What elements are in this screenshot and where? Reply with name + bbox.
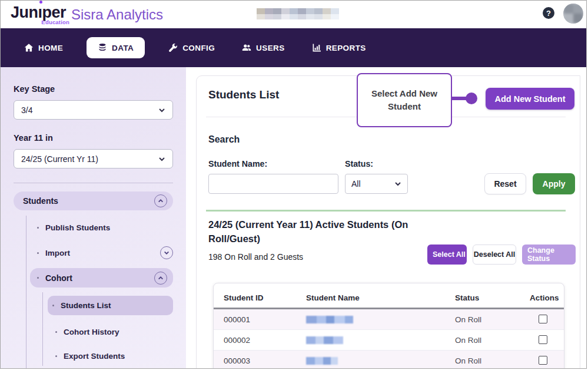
- bullet-icon: [55, 331, 57, 333]
- main-nav: HOME DATA CONFIG USERS REPORTS: [1, 28, 586, 67]
- chevron-down-icon: [160, 246, 173, 259]
- callout-text: Select Add New Student: [363, 87, 446, 114]
- chart-icon: [312, 43, 321, 52]
- nav-config[interactable]: CONFIG: [165, 37, 218, 58]
- bullet-icon: [37, 277, 39, 279]
- app-title: Sisra Analytics: [71, 6, 163, 23]
- chevron-down-icon: [394, 180, 401, 187]
- year-select[interactable]: 24/25 (Current Yr 11): [14, 149, 173, 169]
- add-new-student-button[interactable]: Add New Student: [486, 88, 574, 110]
- sidebar-section-cohort[interactable]: Cohort: [30, 268, 173, 288]
- sidebar-item-import[interactable]: Import: [37, 246, 173, 259]
- page-title: Students List: [208, 88, 279, 101]
- key-stage-select[interactable]: 3/4: [14, 100, 173, 120]
- item-label: Students List: [61, 301, 111, 310]
- sidebar-item-cohort-history[interactable]: Cohort History: [55, 328, 119, 336]
- status-value: All: [351, 179, 361, 189]
- col-student-id: Student ID: [224, 293, 264, 302]
- sidebar-item-export-students[interactable]: Export Students: [55, 352, 125, 361]
- student-id: 000002: [224, 336, 250, 345]
- top-header: Junıper Education Sisra Analytics ?: [1, 1, 586, 28]
- row-checkbox[interactable]: [539, 356, 547, 365]
- select-all-button[interactable]: Select All: [427, 245, 467, 265]
- student-id: 000003: [224, 356, 250, 365]
- key-stage-label: Key Stage: [14, 84, 55, 94]
- status-label: Status:: [345, 159, 373, 169]
- item-label: Import: [45, 249, 70, 257]
- sidebar-item-publish-students[interactable]: Publish Students: [37, 223, 110, 232]
- chevron-up-icon: [154, 194, 167, 207]
- students-table: Student ID Student Name Status Actions 0…: [213, 283, 564, 369]
- sidebar-section-students[interactable]: Students: [14, 191, 173, 210]
- section-label: Cohort: [45, 273, 72, 283]
- row-checkbox[interactable]: [539, 315, 547, 323]
- nav-label: REPORTS: [326, 44, 366, 52]
- nav-users[interactable]: USERS: [238, 37, 288, 58]
- sidebar-item-students-list[interactable]: Students List: [48, 296, 173, 315]
- redacted-student-name: [306, 316, 353, 323]
- juniper-logo: Junıper Education: [11, 5, 66, 21]
- cohort-subtext: 198 On Roll and 2 Guests: [208, 252, 303, 262]
- table-row: 000003 On Roll: [214, 351, 564, 369]
- logo-subtext: Education: [41, 19, 69, 25]
- student-status: On Roll: [455, 336, 481, 345]
- change-status-button[interactable]: Change Status: [522, 245, 576, 265]
- nav-data[interactable]: DATA: [87, 37, 145, 58]
- wrench-icon: [168, 43, 178, 52]
- help-glyph: ?: [546, 9, 551, 18]
- apply-button[interactable]: Apply: [533, 173, 575, 194]
- nav-label: HOME: [38, 44, 63, 52]
- sidebar-divider: [14, 183, 173, 183]
- col-student-name: Student Name: [306, 293, 360, 302]
- year-value: 24/25 (Current Yr 11): [21, 154, 98, 164]
- table-header: Student ID Student Name Status Actions: [214, 283, 564, 309]
- redacted-student-name: [306, 336, 343, 344]
- avatar[interactable]: [563, 4, 583, 24]
- col-actions: Actions: [530, 293, 559, 302]
- status-select[interactable]: All: [345, 174, 408, 194]
- item-lead: Cohort: [37, 273, 72, 283]
- bullet-icon: [37, 252, 39, 254]
- nav-home[interactable]: HOME: [21, 37, 67, 58]
- callout-connector-dot: [466, 92, 477, 104]
- indent-guide: [42, 292, 43, 366]
- year-label: Year 11 in: [14, 133, 53, 143]
- section-label: Students: [23, 196, 58, 206]
- deselect-all-button[interactable]: Deselect All: [473, 245, 516, 265]
- section-divider: [206, 210, 566, 212]
- col-status: Status: [455, 293, 479, 302]
- indent-guide: [26, 216, 26, 369]
- bullet-icon: [55, 355, 57, 357]
- help-icon[interactable]: ?: [543, 7, 554, 19]
- row-checkbox[interactable]: [539, 335, 547, 344]
- student-status: On Roll: [455, 315, 481, 324]
- sidebar: Key Stage 3/4 Year 11 in 24/25 (Current …: [1, 67, 186, 369]
- redacted-school-name: [257, 8, 339, 19]
- student-id: 000001: [224, 315, 250, 324]
- table-row: 000002 On Roll: [214, 330, 564, 351]
- chevron-up-icon: [154, 272, 167, 285]
- item-label: Cohort History: [64, 328, 119, 336]
- nav-label: CONFIG: [182, 44, 215, 52]
- bullet-icon: [37, 227, 39, 229]
- reset-button[interactable]: Reset: [484, 173, 526, 194]
- app-window: Junıper Education Sisra Analytics ? HOME…: [0, 0, 587, 369]
- redacted-student-name: [306, 357, 338, 365]
- chevron-down-icon: [158, 156, 165, 163]
- item-label: Publish Students: [45, 223, 110, 232]
- avatar-image: [563, 4, 583, 24]
- nav-label: DATA: [112, 44, 134, 52]
- table-row: 000001 On Roll: [214, 309, 564, 330]
- student-name-input[interactable]: [208, 174, 338, 194]
- key-stage-value: 3/4: [21, 105, 32, 115]
- annotation-callout: Select Add New Student: [357, 73, 452, 127]
- search-heading: Search: [208, 134, 240, 145]
- chevron-down-icon: [158, 107, 165, 114]
- nav-label: USERS: [256, 44, 285, 52]
- home-icon: [24, 43, 34, 52]
- database-icon: [98, 43, 107, 52]
- nav-reports[interactable]: REPORTS: [308, 37, 370, 58]
- student-status: On Roll: [455, 356, 481, 365]
- student-name-label: Student Name:: [208, 159, 267, 169]
- bullet-icon: [52, 305, 54, 306]
